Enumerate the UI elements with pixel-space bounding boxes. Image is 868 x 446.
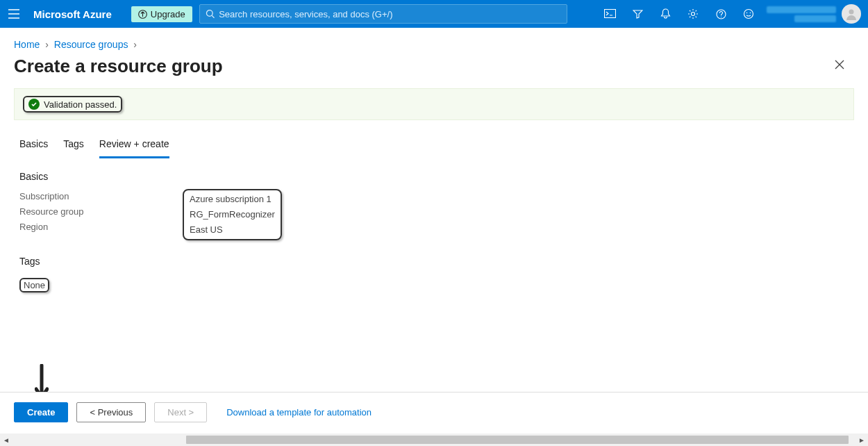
check-circle-icon — [28, 99, 40, 110]
validation-text: Validation passed. — [44, 99, 117, 110]
avatar — [842, 4, 861, 24]
breadcrumb-home[interactable]: Home — [14, 39, 40, 50]
section-tags-title: Tags — [19, 256, 849, 267]
breadcrumb: Home › Resource groups › — [0, 28, 868, 53]
svg-point-3 — [692, 13, 695, 16]
tab-review-create[interactable]: Review + create — [99, 134, 169, 158]
breadcrumb-sep: › — [133, 39, 137, 50]
settings-gear-icon[interactable] — [681, 0, 706, 28]
close-icon — [835, 60, 844, 69]
region-label: Region — [19, 220, 183, 235]
azure-header: Microsoft Azure Upgrade — [0, 0, 868, 28]
breadcrumb-sep: › — [45, 39, 49, 50]
brand[interactable]: Microsoft Azure — [33, 8, 112, 20]
resource-group-label: Resource group — [19, 204, 183, 220]
validation-banner: Validation passed. — [14, 88, 854, 120]
section-tags: Tags None — [0, 243, 868, 295]
svg-point-1 — [206, 10, 212, 17]
notifications-icon[interactable] — [653, 0, 678, 28]
upgrade-button[interactable]: Upgrade — [131, 6, 192, 22]
upgrade-label: Upgrade — [151, 9, 185, 19]
scroll-left-icon[interactable]: ◄ — [0, 436, 12, 444]
values-highlight-box: Azure subscription 1 RG_FormRecognizer E… — [183, 189, 282, 240]
feedback-icon[interactable] — [736, 0, 761, 28]
search-icon — [206, 9, 215, 19]
previous-button[interactable]: < Previous — [76, 402, 146, 422]
svg-point-8 — [849, 10, 854, 15]
svg-point-7 — [750, 13, 751, 14]
region-value: East US — [190, 222, 223, 238]
scroll-track[interactable] — [12, 434, 856, 445]
account-label — [767, 6, 836, 22]
section-basics: Basics Subscription Resource group Regio… — [0, 158, 868, 243]
next-button: Next > — [154, 402, 207, 422]
svg-point-5 — [744, 10, 753, 19]
tags-none: None — [19, 278, 49, 292]
search-box[interactable] — [199, 4, 567, 24]
scroll-thumb[interactable] — [186, 436, 849, 444]
subscription-value: Azure subscription 1 — [190, 192, 272, 207]
download-template-link[interactable]: Download a template for automation — [226, 407, 372, 418]
page-title: Create a resource group — [14, 56, 223, 77]
close-button[interactable] — [831, 56, 849, 76]
svg-rect-2 — [604, 10, 615, 18]
create-button[interactable]: Create — [14, 402, 68, 422]
breadcrumb-resource-groups[interactable]: Resource groups — [54, 39, 128, 50]
tab-tags[interactable]: Tags — [63, 134, 84, 158]
account-menu[interactable] — [767, 4, 861, 24]
svg-point-6 — [746, 13, 748, 14]
section-basics-title: Basics — [19, 171, 849, 182]
subscription-label: Subscription — [19, 189, 183, 204]
header-icons — [597, 0, 761, 28]
tab-basics[interactable]: Basics — [19, 134, 48, 158]
page-header: Create a resource group — [0, 53, 868, 88]
hamburger-icon[interactable] — [7, 7, 21, 21]
cloud-shell-icon[interactable] — [597, 0, 622, 28]
footer-bar: Create < Previous Next > Download a temp… — [0, 392, 868, 432]
search-input[interactable] — [219, 9, 561, 19]
scroll-right-icon[interactable]: ► — [856, 436, 868, 444]
upgrade-icon — [138, 10, 147, 19]
help-icon[interactable] — [708, 0, 733, 28]
horizontal-scrollbar[interactable]: ◄ ► — [0, 433, 868, 446]
tabs: Basics Tags Review + create — [0, 126, 868, 158]
filter-icon[interactable] — [625, 0, 650, 28]
resource-group-value: RG_FormRecognizer — [190, 207, 275, 222]
